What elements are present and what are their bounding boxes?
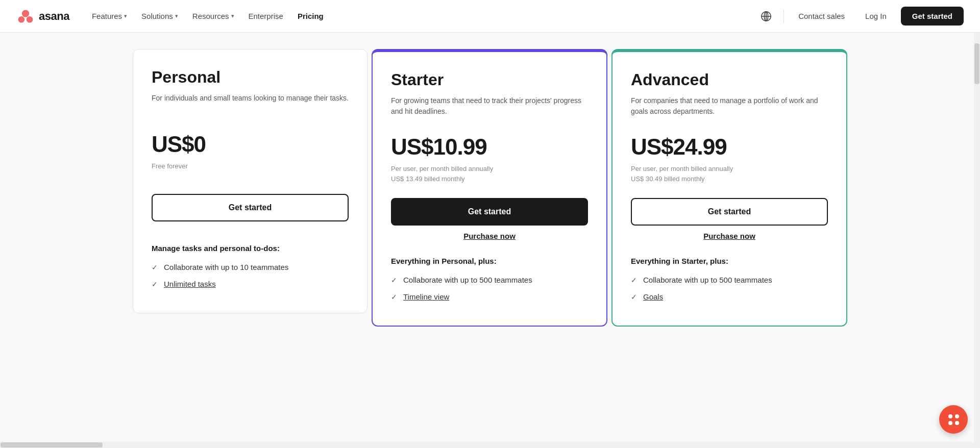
logo-text: asana	[39, 10, 69, 23]
personal-plan-card: Personal For individuals and small teams…	[133, 49, 368, 313]
scrollbar-thumb[interactable]	[974, 43, 979, 84]
pricing-cards-container: Personal For individuals and small teams…	[133, 49, 847, 327]
language-selector[interactable]	[757, 7, 775, 26]
personal-plan-price-sub: Free forever	[152, 161, 349, 180]
personal-get-started-button[interactable]: Get started	[152, 194, 349, 221]
personal-features-heading: Manage tasks and personal to-dos:	[152, 244, 349, 253]
advanced-purchase-now-link[interactable]: Purchase now	[631, 232, 828, 240]
list-item: ✓ Collaborate with up to 500 teammates	[391, 276, 588, 284]
chevron-down-icon: ▾	[231, 13, 234, 19]
fab-dot	[955, 414, 959, 418]
checkmark-icon: ✓	[152, 280, 158, 288]
checkmark-icon: ✓	[631, 276, 637, 284]
nav-resources[interactable]: Resources ▾	[186, 8, 240, 24]
checkmark-icon: ✓	[631, 293, 637, 301]
chevron-down-icon: ▾	[175, 13, 178, 19]
feature-text: Collaborate with up to 10 teammates	[164, 263, 288, 271]
advanced-plan-price: US$24.99	[631, 134, 828, 160]
list-item: ✓ Unlimited tasks	[152, 280, 349, 288]
personal-plan-name: Personal	[152, 68, 349, 87]
svg-point-2	[27, 16, 33, 23]
nav-features[interactable]: Features ▾	[86, 8, 133, 24]
vertical-scrollbar[interactable]	[974, 33, 980, 448]
contact-sales-link[interactable]: Contact sales	[792, 8, 851, 24]
starter-plan-price-sub: Per user, per month billed annuallyUS$ 1…	[391, 164, 588, 184]
checkmark-icon: ✓	[152, 263, 158, 271]
nav-pricing[interactable]: Pricing	[291, 8, 330, 24]
personal-plan-price: US$0	[152, 132, 349, 157]
fab-dot	[948, 414, 952, 418]
navbar: asana Features ▾ Solutions ▾ Resources ▾…	[0, 0, 980, 33]
feature-text: Collaborate with up to 500 teammates	[643, 276, 772, 284]
list-item: ✓ Goals	[631, 292, 828, 301]
starter-features-heading: Everything in Personal, plus:	[391, 257, 588, 265]
advanced-plan-card: Advanced For companies that need to mana…	[611, 49, 847, 327]
list-item: ✓ Collaborate with up to 500 teammates	[631, 276, 828, 284]
advanced-plan-desc: For companies that need to manage a port…	[631, 95, 828, 120]
feature-text-link[interactable]: Unlimited tasks	[164, 280, 216, 288]
advanced-features-heading: Everything in Starter, plus:	[631, 257, 828, 265]
nav-enterprise[interactable]: Enterprise	[242, 8, 289, 24]
list-item: ✓ Collaborate with up to 10 teammates	[152, 263, 349, 271]
advanced-plan-name: Advanced	[631, 70, 828, 89]
list-item: ✓ Timeline view	[391, 292, 588, 301]
nav-links: Features ▾ Solutions ▾ Resources ▾ Enter…	[86, 8, 741, 24]
fab-icon	[948, 414, 959, 425]
checkmark-icon: ✓	[391, 293, 397, 301]
logo[interactable]: asana	[16, 7, 69, 26]
asana-logo-icon	[16, 7, 35, 26]
personal-plan-desc: For individuals and small teams looking …	[152, 93, 349, 117]
chevron-down-icon: ▾	[124, 13, 127, 19]
starter-plan-name: Starter	[391, 70, 588, 89]
starter-plan-desc: For growing teams that need to track the…	[391, 95, 588, 120]
starter-get-started-button[interactable]: Get started	[391, 198, 588, 226]
feature-text-link[interactable]: Timeline view	[403, 292, 449, 301]
nav-right: Contact sales Log In Get started	[757, 7, 964, 26]
advanced-plan-price-sub: Per user, per month billed annuallyUS$ 3…	[631, 164, 828, 184]
pricing-page: Personal For individuals and small teams…	[0, 33, 980, 448]
nav-divider	[783, 9, 784, 23]
advanced-get-started-button[interactable]: Get started	[631, 198, 828, 226]
feature-text: Collaborate with up to 500 teammates	[403, 276, 532, 284]
nav-solutions[interactable]: Solutions ▾	[135, 8, 184, 24]
checkmark-icon: ✓	[391, 276, 397, 284]
nav-get-started-button[interactable]: Get started	[901, 7, 964, 26]
fab-button[interactable]	[939, 405, 968, 434]
globe-icon	[761, 11, 772, 22]
svg-point-1	[18, 16, 25, 23]
hscrollbar-thumb[interactable]	[1, 442, 103, 447]
horizontal-scrollbar[interactable]	[0, 442, 974, 448]
fab-dot	[955, 421, 959, 425]
feature-text-link[interactable]: Goals	[643, 292, 663, 301]
svg-point-0	[22, 10, 29, 17]
starter-plan-card: Starter For growing teams that need to t…	[372, 49, 607, 327]
log-in-link[interactable]: Log In	[859, 8, 893, 24]
starter-purchase-now-link[interactable]: Purchase now	[391, 232, 588, 240]
fab-dot	[948, 421, 952, 425]
starter-plan-price: US$10.99	[391, 134, 588, 160]
